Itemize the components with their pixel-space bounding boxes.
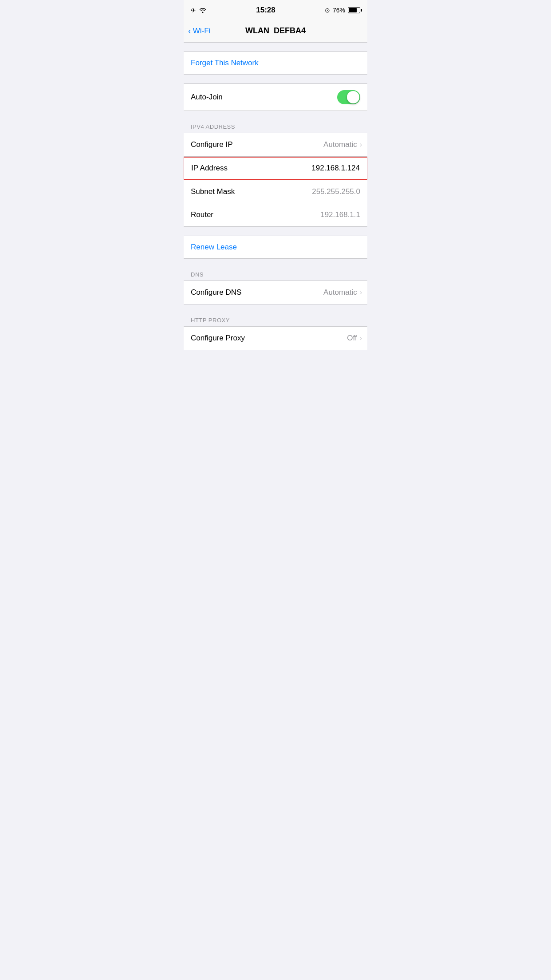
back-label: Wi-Fi xyxy=(193,27,211,36)
router-value: 192.168.1.1 xyxy=(320,210,360,219)
spacer-1 xyxy=(184,75,367,83)
chevron-left-icon: ‹ xyxy=(188,26,191,35)
ip-address-label: IP Address xyxy=(191,164,228,173)
wifi-icon xyxy=(199,7,207,14)
configure-ip-row[interactable]: Configure IP Automatic › xyxy=(184,133,367,156)
subnet-mask-value: 255.255.255.0 xyxy=(312,187,360,196)
spacer-3 xyxy=(184,227,367,236)
dns-section-header: DNS xyxy=(184,268,367,281)
toggle-knob xyxy=(347,91,359,103)
status-time: 15:28 xyxy=(256,6,275,15)
ip-address-value: 192.168.1.124 xyxy=(311,164,360,173)
dns-section: Configure DNS Automatic › xyxy=(184,281,367,304)
auto-join-toggle[interactable] xyxy=(337,90,360,104)
chevron-right-icon-dns: › xyxy=(360,288,362,296)
navigation-bar: ‹ Wi-Fi WLAN_DEFBA4 xyxy=(184,20,367,43)
configure-proxy-label: Configure Proxy xyxy=(191,334,245,343)
status-left-icons: ✈ xyxy=(191,7,207,14)
chevron-right-icon: › xyxy=(360,141,362,149)
subnet-mask-row: Subnet Mask 255.255.255.0 xyxy=(184,180,367,203)
status-bar: ✈ 15:28 ⊙ 76% xyxy=(184,0,367,20)
configure-dns-value: Automatic › xyxy=(323,288,360,297)
page-title: WLAN_DEFBA4 xyxy=(245,26,306,36)
airplane-icon: ✈ xyxy=(191,7,196,14)
configure-ip-value: Automatic › xyxy=(323,140,360,149)
subnet-section: Subnet Mask 255.255.255.0 Router 192.168… xyxy=(184,180,367,227)
forget-network-label[interactable]: Forget This Network xyxy=(191,59,259,67)
http-proxy-section: Configure Proxy Off › xyxy=(184,326,367,350)
subnet-mask-label: Subnet Mask xyxy=(191,187,235,196)
renew-lease-row[interactable]: Renew Lease xyxy=(184,236,367,259)
status-right-icons: ⊙ 76% xyxy=(325,7,360,14)
router-label: Router xyxy=(191,210,213,219)
auto-join-section: Auto-Join xyxy=(184,83,367,111)
http-proxy-section-header: HTTP PROXY xyxy=(184,313,367,326)
settings-content: Forget This Network Auto-Join IPV4 ADDRE… xyxy=(184,43,367,350)
renew-lease-label[interactable]: Renew Lease xyxy=(191,243,237,252)
auto-join-label: Auto-Join xyxy=(191,93,223,102)
screen-time-icon: ⊙ xyxy=(325,7,330,14)
battery-percent: 76% xyxy=(333,7,345,14)
chevron-right-icon-proxy: › xyxy=(360,334,362,342)
spacer-2 xyxy=(184,111,367,120)
auto-join-row: Auto-Join xyxy=(184,84,367,111)
ipv4-section: Configure IP Automatic › xyxy=(184,133,367,157)
configure-dns-row[interactable]: Configure DNS Automatic › xyxy=(184,281,367,304)
spacer-5 xyxy=(184,304,367,313)
configure-proxy-value: Off › xyxy=(347,334,360,343)
spacer-4 xyxy=(184,259,367,268)
configure-dns-label: Configure DNS xyxy=(191,288,241,297)
back-button[interactable]: ‹ Wi-Fi xyxy=(188,27,210,36)
forget-network-row[interactable]: Forget This Network xyxy=(184,51,367,75)
configure-ip-label: Configure IP xyxy=(191,140,233,149)
ipv4-section-header: IPV4 ADDRESS xyxy=(184,120,367,133)
ip-address-row: IP Address 192.168.1.124 xyxy=(184,157,367,180)
configure-proxy-row[interactable]: Configure Proxy Off › xyxy=(184,327,367,350)
router-row: Router 192.168.1.1 xyxy=(184,203,367,226)
battery-icon xyxy=(348,7,360,13)
